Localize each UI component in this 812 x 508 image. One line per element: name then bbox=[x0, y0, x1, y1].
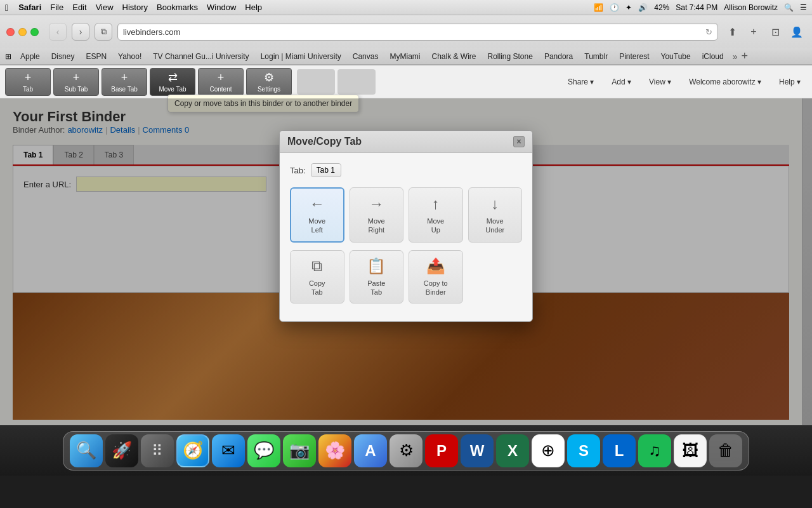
modal-title: Move/Copy Tab bbox=[287, 136, 362, 147]
menu-file[interactable]: File bbox=[50, 3, 63, 12]
dock-launchpad[interactable]: ⠿ bbox=[141, 434, 174, 467]
bookmark-apple[interactable]: Apple bbox=[15, 51, 45, 62]
sidebar-button[interactable]: ⧉ bbox=[95, 23, 112, 41]
bookmark-yahoo[interactable]: Yahoo! bbox=[113, 51, 147, 62]
menu-view[interactable]: View bbox=[96, 3, 114, 12]
bookmark-chalk[interactable]: Chalk & Wire bbox=[426, 51, 481, 62]
welcome-btn[interactable]: Welcome aborowitz ▾ bbox=[683, 75, 768, 89]
bookmark-tvchannel[interactable]: TV Channel Gu...i University bbox=[148, 51, 254, 62]
close-button[interactable] bbox=[6, 28, 15, 36]
url-text: livebinders.com bbox=[123, 27, 180, 37]
menu-history[interactable]: History bbox=[122, 3, 148, 12]
reload-icon[interactable]: ↻ bbox=[705, 27, 712, 37]
bookmark-youtube[interactable]: YouTube bbox=[656, 51, 696, 62]
dock-area: 🔍 🚀 ⠿ 🧭 ✉ 💬 📷 🌸 A ⚙ P bbox=[0, 425, 812, 476]
clock-icon: 🕐 bbox=[610, 3, 619, 12]
dock-spotify[interactable]: ♫ bbox=[638, 434, 671, 467]
dock-trash[interactable]: 🗑 bbox=[709, 434, 742, 467]
minimize-button[interactable] bbox=[18, 28, 27, 36]
menu-window[interactable]: Window bbox=[207, 3, 236, 12]
dock-sysprefs[interactable]: ⚙ bbox=[390, 434, 422, 467]
search-icon[interactable]: 🔍 bbox=[784, 3, 794, 12]
reader-view-icon[interactable]: ⊡ bbox=[766, 23, 784, 41]
tab-select[interactable]: Tab 1 Tab 2 Tab 3 bbox=[311, 163, 341, 177]
share-btn[interactable]: Share ▾ bbox=[561, 75, 600, 89]
bookmarks-more-button[interactable]: » bbox=[733, 51, 738, 62]
modal-close-button[interactable]: × bbox=[513, 136, 525, 147]
dock-preview[interactable]: 🖼 bbox=[674, 434, 707, 467]
back-button[interactable]: ‹ bbox=[49, 23, 67, 41]
dock-skype[interactable]: S bbox=[567, 434, 600, 467]
copy-binder-icon: 📤 bbox=[426, 257, 445, 275]
tab-label: Tab: bbox=[290, 166, 306, 175]
dock-ls[interactable]: L bbox=[603, 434, 636, 467]
dock-rocket[interactable]: 🚀 bbox=[105, 434, 138, 467]
menu-edit[interactable]: Edit bbox=[72, 3, 86, 12]
copy-tab-button[interactable]: ⧉ CopyTab bbox=[290, 250, 344, 304]
add-btn[interactable]: Add ▾ bbox=[605, 75, 638, 89]
move-up-button[interactable]: ↑ MoveUp bbox=[409, 187, 463, 243]
bookmark-icloud[interactable]: iCloud bbox=[697, 51, 729, 62]
basetab-button[interactable]: + Base Tab bbox=[102, 68, 147, 96]
subtab-add-icon: + bbox=[73, 71, 80, 84]
bookmark-pandora[interactable]: Pandora bbox=[539, 51, 578, 62]
bookmarks-add-button[interactable]: + bbox=[741, 50, 748, 63]
move-right-button[interactable]: → MoveRight bbox=[350, 187, 404, 243]
dock-pw[interactable]: P bbox=[425, 434, 458, 467]
tab-button-label: Tab bbox=[23, 86, 33, 93]
maximize-button[interactable] bbox=[30, 28, 39, 36]
settings-button-label: Settings bbox=[258, 86, 280, 93]
settings-button[interactable]: ⚙ Settings bbox=[246, 68, 292, 96]
bookmark-mymia[interactable]: MyMiami bbox=[384, 51, 425, 62]
bookmark-rolling[interactable]: Rolling Stone bbox=[482, 51, 537, 62]
menu-help[interactable]: Help bbox=[245, 3, 262, 12]
bookmark-disney[interactable]: Disney bbox=[46, 51, 80, 62]
movetab-icon: ⇄ bbox=[168, 70, 178, 84]
bookmarks-bar: ⊞ Apple Disney ESPN Yahoo! TV Channel Gu… bbox=[0, 48, 812, 65]
subtab-button[interactable]: + Sub Tab bbox=[53, 68, 99, 96]
dock-word[interactable]: W bbox=[461, 434, 494, 467]
tab-button[interactable]: + Tab bbox=[5, 68, 51, 96]
app-toolbar: + Tab + Sub Tab + Base Tab ⇄ Move Tab Co… bbox=[0, 65, 812, 98]
movetab-button[interactable]: ⇄ Move Tab bbox=[150, 68, 195, 96]
bookmark-login-miami[interactable]: Login | Miami University bbox=[256, 51, 346, 62]
action-grid-row1: ← MoveLeft → MoveRight ↑ MoveUp bbox=[290, 187, 522, 243]
menu-safari[interactable]: Safari bbox=[18, 3, 41, 12]
bluetooth-icon: ✦ bbox=[625, 3, 632, 12]
user-icon[interactable]: 👤 bbox=[788, 23, 806, 41]
move-left-button[interactable]: ← MoveLeft bbox=[290, 187, 344, 243]
dock-excel[interactable]: X bbox=[496, 434, 529, 467]
share-icon[interactable]: ⬆ bbox=[723, 23, 741, 41]
bookmarks-grid-icon[interactable]: ⊞ bbox=[5, 52, 11, 61]
copy-binder-label: Copy toBinder bbox=[424, 279, 448, 297]
help-btn[interactable]: Help ▾ bbox=[773, 75, 807, 89]
view-btn[interactable]: View ▾ bbox=[643, 75, 678, 89]
url-bar[interactable]: livebinders.com ↻ bbox=[117, 23, 718, 41]
list-icon[interactable]: ☰ bbox=[800, 3, 807, 12]
dock-appstore[interactable]: A bbox=[354, 434, 387, 467]
bookmark-canvas[interactable]: Canvas bbox=[348, 51, 384, 62]
move-copy-modal: Move/Copy Tab × Tab: Tab 1 Tab 2 Tab 3 bbox=[279, 130, 533, 322]
move-under-button[interactable]: ↓ MoveUnder bbox=[468, 187, 523, 243]
dock-messages[interactable]: 💬 bbox=[247, 434, 280, 467]
dock-facetime[interactable]: 📷 bbox=[283, 434, 316, 467]
paste-tab-button[interactable]: 📋 PasteTab bbox=[350, 250, 404, 304]
dock-photos[interactable]: 🌸 bbox=[318, 434, 351, 467]
apple-menu[interactable]:  bbox=[5, 3, 8, 13]
move-up-label: MoveUp bbox=[427, 217, 444, 235]
copy-to-binder-button[interactable]: 📤 Copy toBinder bbox=[409, 250, 463, 304]
browser-window: ‹ › ⧉ livebinders.com ↻ ⬆ + ⊡ 👤 ⊞ Apple … bbox=[0, 15, 812, 425]
menu-bookmarks[interactable]: Bookmarks bbox=[157, 3, 198, 12]
dock-mail[interactable]: ✉ bbox=[212, 434, 245, 467]
bookmark-tumblr[interactable]: Tumblr bbox=[579, 51, 613, 62]
bookmark-espn[interactable]: ESPN bbox=[81, 51, 112, 62]
forward-button[interactable]: › bbox=[72, 23, 89, 41]
content-button[interactable]: + Content bbox=[198, 68, 244, 96]
add-tab-icon[interactable]: + bbox=[745, 23, 763, 41]
bookmark-pinterest[interactable]: Pinterest bbox=[614, 51, 654, 62]
dock-finder[interactable]: 🔍 bbox=[70, 434, 103, 467]
menu-bar:  Safari File Edit View History Bookmark… bbox=[0, 0, 812, 15]
dock-safari[interactable]: 🧭 bbox=[176, 434, 209, 467]
datetime-display: Sat 7:44 PM bbox=[676, 3, 717, 12]
dock-chrome[interactable]: ⊕ bbox=[532, 434, 565, 467]
